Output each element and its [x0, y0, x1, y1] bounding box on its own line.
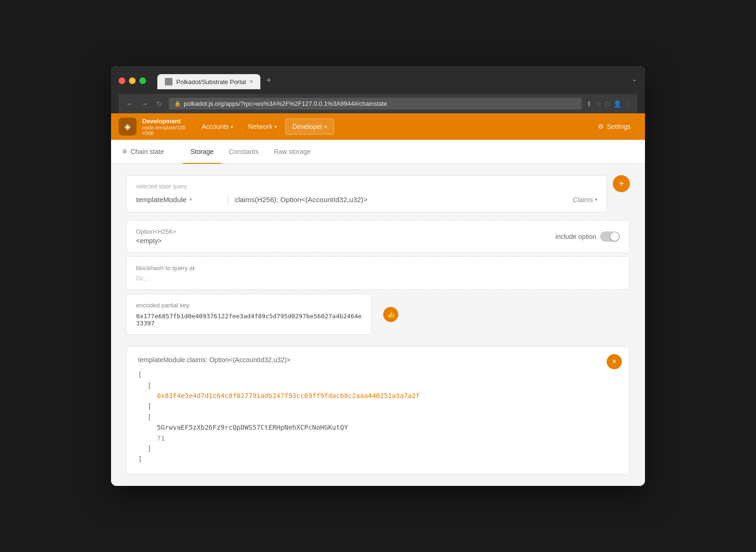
include-option-row: include option: [556, 231, 620, 242]
result-line-1: [: [147, 380, 618, 391]
app-content: ◈ Development node-template/100 #308 Acc…: [111, 113, 645, 486]
results-body: [ [ 0x83f4e5e4d7d1c64c8f027791adb247f93c…: [138, 369, 618, 465]
encoded-key-card: encoded partial key 0x177e6857fb1d0e4093…: [126, 294, 372, 335]
tab-favicon: [165, 78, 172, 85]
logo-icon: ◈: [119, 118, 137, 136]
top-nav: ◈ Development node-template/100 #308 Acc…: [111, 113, 645, 140]
result-line-7: ]: [147, 443, 618, 454]
close-result-btn[interactable]: ×: [607, 354, 622, 369]
overflow-btn[interactable]: ⌄: [632, 75, 637, 86]
result-line-6: 71: [157, 433, 618, 443]
forward-btn[interactable]: →: [139, 99, 150, 109]
chain-state-icon: ≡: [122, 147, 127, 156]
browser-controls: Polkadot/Substrate Portal × + ⌄: [119, 72, 637, 89]
tab-close-btn[interactable]: ×: [249, 78, 253, 85]
tag-label: Claims: [573, 196, 593, 204]
maximize-traffic-light[interactable]: [139, 77, 146, 84]
copy-encoded-btn[interactable]: 👍: [383, 307, 398, 322]
share-icon[interactable]: ⬆: [586, 100, 592, 108]
reader-icon[interactable]: □: [606, 100, 610, 108]
menu-icon[interactable]: ⋮: [625, 100, 632, 108]
query-card: selected state query templateModule ▾ | …: [126, 175, 607, 212]
tab-constants[interactable]: Constants: [221, 140, 266, 164]
url-display: polkadot.js.org/apps/?rpc=ws%3A%2F%2F127…: [184, 100, 387, 107]
option-value: <empty>: [136, 237, 176, 245]
query-row: templateModule ▾ | claims(H256): Option<…: [136, 195, 597, 204]
bookmark-icon[interactable]: ☆: [596, 100, 602, 108]
option-info: Option<H256> <empty>: [136, 228, 176, 245]
tab-label: Polkadot/Substrate Portal: [176, 78, 246, 85]
settings-nav-item[interactable]: ⚙ Settings: [591, 119, 637, 134]
include-option-label: include option: [556, 233, 596, 240]
encoded-key-value: 0x177e6857fb1d0e409376122fee3ad4f89c5d79…: [136, 313, 362, 327]
module-name: templateModule: [136, 195, 187, 204]
brand-logo: ◈ Development node-template/100 #308: [119, 118, 186, 136]
tab-bar: Polkadot/Substrate Portal × +: [157, 72, 275, 89]
blockhash-label: blockhash to query at: [136, 264, 620, 272]
browser-tab[interactable]: Polkadot/Substrate Portal ×: [157, 74, 260, 89]
url-input[interactable]: 🔒 polkadot.js.org/apps/?rpc=ws%3A%2F%2F1…: [169, 98, 582, 110]
lock-icon: 🔒: [174, 101, 181, 107]
option-card: Option<H256> <empty> include option: [126, 220, 630, 253]
encoded-key-label: encoded partial key: [136, 302, 362, 309]
nav-item-network[interactable]: Network ▾: [241, 119, 283, 134]
back-btn[interactable]: ←: [124, 99, 135, 109]
profile-icon[interactable]: 👤: [613, 100, 621, 108]
result-line-8: ]: [138, 454, 618, 464]
nav-item-developer[interactable]: Developer ▾: [285, 119, 334, 135]
query-method: claims(H256): Option<(AccountId32,u32)>: [235, 195, 567, 204]
results-card: templateModule.claims: Option<(AccountId…: [126, 346, 630, 475]
nav-item-accounts[interactable]: Accounts ▾: [195, 119, 240, 134]
address-bar: ← → ↻ 🔒 polkadot.js.org/apps/?rpc=ws%3A%…: [119, 94, 637, 113]
nav-items: Accounts ▾ Network ▾ Developer ▾: [195, 119, 592, 135]
brand-node: node-template/100: [142, 125, 186, 130]
brand-block: #308: [142, 130, 186, 136]
copy-icon: 👍: [387, 311, 395, 318]
address-icons: ⬆ ☆ □ 👤 ⋮: [586, 100, 632, 108]
result-line-4: [: [147, 412, 618, 422]
query-label: selected state query: [136, 183, 597, 190]
chain-state-text: Chain state: [130, 148, 164, 155]
module-select[interactable]: templateModule ▾: [136, 195, 221, 204]
blockhash-card: blockhash to query at 0x...: [126, 256, 630, 290]
brand-info: Development node-template/100 #308: [142, 118, 186, 136]
result-line-3: ]: [147, 401, 618, 411]
result-line-5: 5GrwvaEF5zXb26Fz9rcQpDWS57CtERHpNehXCPcN…: [157, 422, 618, 433]
include-option-toggle[interactable]: [600, 231, 620, 242]
chain-state-label: ≡ Chain state: [122, 140, 173, 163]
browser-window: Polkadot/Substrate Portal × + ⌄ ← → ↻ 🔒 …: [111, 66, 645, 486]
tag-chevron-icon: ▾: [595, 197, 597, 202]
network-chevron: ▾: [275, 124, 277, 129]
option-type: Option<H256>: [136, 228, 176, 235]
query-tag[interactable]: Claims ▾: [573, 196, 597, 204]
developer-chevron: ▾: [325, 124, 327, 129]
sub-nav: ≡ Chain state Storage Constants Raw stor…: [111, 140, 645, 164]
tab-storage[interactable]: Storage: [183, 140, 221, 164]
url-domain: polkadot.js.org: [184, 100, 224, 107]
url-path: /apps/?rpc=ws%3A%2F%2F127.0.0.1%3A9944#/…: [224, 100, 387, 107]
toggle-knob: [610, 232, 619, 241]
query-separator: |: [227, 195, 229, 204]
brand-env: Development: [142, 118, 186, 125]
module-chevron-icon: ▾: [189, 196, 192, 203]
add-query-btn[interactable]: +: [613, 175, 630, 192]
close-traffic-light[interactable]: [119, 77, 125, 84]
blockhash-input[interactable]: 0x...: [136, 274, 620, 282]
result-line-2: 0x83f4e5e4d7d1c64c8f027791adb247f93cc69f…: [157, 391, 618, 401]
tab-raw-storage[interactable]: Raw storage: [266, 140, 318, 164]
accounts-chevron: ▾: [231, 124, 233, 129]
new-tab-btn[interactable]: +: [262, 72, 275, 89]
result-line-0: [: [138, 369, 618, 380]
settings-icon: ⚙: [598, 123, 604, 130]
reload-btn[interactable]: ↻: [155, 99, 164, 109]
minimize-traffic-light[interactable]: [129, 77, 136, 84]
browser-chrome: Polkadot/Substrate Portal × + ⌄ ← → ↻ 🔒 …: [111, 66, 645, 113]
results-header: templateModule.claims: Option<(AccountId…: [138, 356, 618, 364]
main-content: selected state query templateModule ▾ | …: [111, 164, 645, 486]
settings-label: Settings: [607, 123, 631, 130]
